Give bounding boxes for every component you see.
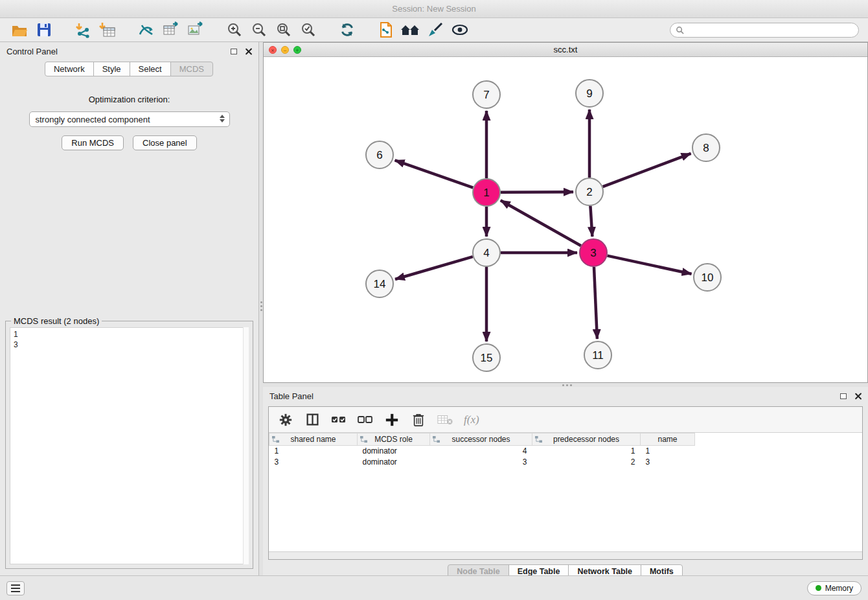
node-11[interactable]: 11 [584, 341, 611, 369]
edge-2-8[interactable] [603, 154, 691, 187]
add-column-icon[interactable] [384, 412, 400, 428]
svg-text:8: 8 [703, 142, 709, 154]
clone-view-icon[interactable] [376, 20, 396, 40]
delete-column-icon[interactable] [411, 412, 426, 428]
hierarchy-icon [535, 436, 542, 443]
node-7[interactable]: 7 [473, 81, 500, 108]
columns-icon[interactable] [304, 412, 320, 428]
import-network-icon[interactable] [73, 20, 93, 40]
node-1[interactable]: 1 [473, 179, 500, 206]
edge-1-6[interactable] [395, 160, 474, 187]
share-network-icon[interactable] [136, 20, 157, 40]
node-8[interactable]: 8 [692, 134, 720, 161]
network-canvas[interactable]: 7968124314101511 [264, 57, 867, 382]
node-9[interactable]: 9 [576, 80, 603, 107]
table-row[interactable]: 1dominator411 [269, 446, 695, 457]
memory-button[interactable]: Memory [807, 581, 862, 595]
edge-2-3[interactable] [590, 206, 592, 237]
dropdown-stepper-icon [220, 115, 225, 122]
table-panel-inner: f(x) shared name MCDS role successor [268, 406, 863, 560]
network-graph: 7968124314101511 [264, 57, 867, 382]
node-6[interactable]: 6 [366, 141, 393, 168]
edge-3-1[interactable] [501, 200, 581, 246]
svg-text:7: 7 [483, 89, 489, 101]
refresh-icon[interactable] [337, 20, 358, 40]
mcds-result-text[interactable]: 1 3 [10, 327, 249, 564]
save-icon[interactable] [34, 20, 54, 40]
import-table-icon[interactable] [97, 20, 118, 40]
column-header-mcds-role[interactable]: MCDS role [358, 433, 430, 446]
close-panel-button[interactable]: Close panel [133, 135, 197, 150]
zoom-selected-icon[interactable] [298, 20, 319, 40]
search-input[interactable] [687, 25, 853, 34]
gear-icon[interactable] [278, 412, 293, 428]
column-header-successor-nodes[interactable]: successor nodes [430, 433, 532, 446]
edge-3-10[interactable] [608, 256, 692, 274]
style-brush-icon[interactable] [425, 20, 446, 40]
home-icon[interactable] [400, 20, 421, 40]
edge-3-11[interactable] [594, 267, 597, 339]
zoom-in-icon[interactable] [224, 20, 245, 40]
node-15[interactable]: 15 [473, 344, 500, 371]
memory-label: Memory [825, 584, 853, 593]
column-header-name[interactable]: name [641, 433, 695, 446]
control-panel-header: Control Panel [0, 42, 258, 60]
network-window-title: scc.txt [554, 45, 578, 54]
tab-network[interactable]: Network [45, 62, 94, 76]
search-icon [676, 26, 684, 34]
hierarchy-icon [272, 436, 279, 443]
node-3[interactable]: 3 [580, 239, 607, 266]
table-panel-header: Table Panel [263, 387, 868, 405]
node-10[interactable]: 10 [694, 264, 721, 291]
table-horizontal-scrollbar[interactable] [269, 551, 862, 559]
table-toolbar: f(x) [269, 407, 862, 433]
main-toolbar [0, 18, 868, 42]
run-mcds-button[interactable]: Run MCDS [62, 135, 124, 150]
list-icon [11, 584, 20, 592]
edge-4-14[interactable] [395, 257, 473, 279]
control-panel-title: Control Panel [6, 47, 58, 56]
eye-icon[interactable] [450, 20, 470, 40]
node-table: shared name MCDS role successor nodes pr… [269, 433, 695, 468]
minimize-window-icon[interactable]: − [281, 46, 289, 54]
open-folder-icon[interactable] [9, 20, 30, 40]
node-table-body: 1dominator4113dominator323 [269, 446, 695, 468]
node-4[interactable]: 4 [473, 239, 500, 266]
export-image-icon[interactable] [185, 20, 206, 40]
svg-text:6: 6 [376, 149, 382, 161]
zoom-out-icon[interactable] [249, 20, 269, 40]
close-panel-icon[interactable] [245, 48, 252, 55]
close-window-icon[interactable]: × [269, 46, 277, 54]
deselect-all-icon[interactable] [358, 412, 373, 428]
mcds-result-group: MCDS result (2 nodes) 1 3 [5, 321, 253, 569]
float-table-panel-icon[interactable] [840, 393, 847, 399]
svg-text:1: 1 [483, 187, 489, 199]
table-panel-title: Table Panel [269, 391, 314, 401]
delete-table-icon [437, 412, 453, 428]
optimization-criterion-select[interactable]: strongly connected component [29, 111, 230, 127]
network-view-window: × − + scc.txt 7968124314101511 [263, 42, 868, 383]
task-history-button[interactable] [6, 581, 25, 595]
svg-text:9: 9 [586, 87, 592, 100]
float-panel-icon[interactable] [231, 49, 237, 54]
toolbar-search[interactable] [670, 23, 859, 38]
node-2[interactable]: 2 [576, 178, 603, 205]
hierarchy-icon [360, 436, 367, 443]
edge-1-2[interactable] [501, 192, 573, 192]
export-table-icon[interactable] [161, 20, 181, 40]
tab-style[interactable]: Style [93, 62, 130, 76]
column-header-shared-name[interactable]: shared name [269, 433, 358, 446]
svg-text:11: 11 [592, 349, 604, 362]
table-row[interactable]: 3dominator323 [269, 457, 695, 468]
optimization-criterion-label: Optimization criterion: [0, 95, 258, 104]
node-14[interactable]: 14 [366, 270, 393, 297]
result-scrollbar[interactable] [243, 327, 249, 564]
column-header-predecessor-nodes[interactable]: predecessor nodes [532, 433, 641, 446]
close-table-panel-icon[interactable] [854, 393, 862, 400]
select-all-icon[interactable] [331, 412, 347, 428]
maximize-window-icon[interactable]: + [293, 46, 301, 54]
mcds-result-title: MCDS result (2 nodes) [11, 316, 102, 326]
tab-mcds[interactable]: MCDS [170, 62, 213, 76]
tab-select[interactable]: Select [130, 62, 171, 76]
zoom-fit-icon[interactable] [273, 20, 294, 40]
